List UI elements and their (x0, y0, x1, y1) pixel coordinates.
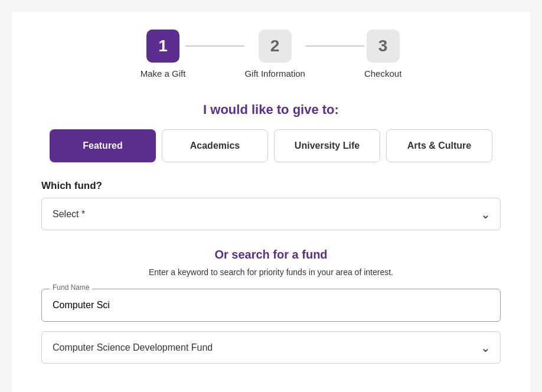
fund-name-label: Fund Name (50, 283, 92, 292)
step-1-circle: 1 (146, 30, 179, 63)
step-3-circle: 3 (367, 30, 400, 63)
fund-select-wrapper: Select * ⌄ (41, 198, 501, 230)
fund-name-input[interactable] (42, 289, 500, 321)
tab-academics[interactable]: Academics (162, 129, 268, 162)
search-heading: Or search for a fund (41, 248, 501, 262)
step-connector-1 (185, 45, 244, 47)
stepper: 1 Make a Gift 2 Gift Information 3 Check… (24, 30, 518, 79)
give-to-heading: I would like to give to: (24, 102, 518, 117)
fund-select[interactable]: Select * (42, 198, 500, 230)
search-section: Or search for a fund Enter a keyword to … (24, 248, 518, 364)
which-fund-label: Which fund? (41, 180, 501, 192)
step-3: 3 Checkout (364, 30, 401, 79)
page-container: 1 Make a Gift 2 Gift Information 3 Check… (12, 12, 530, 392)
step-2-circle: 2 (259, 30, 292, 63)
fund-result-select[interactable]: Computer Science Development Fund (42, 332, 500, 363)
step-2: 2 Gift Information (244, 30, 305, 79)
which-fund-section: Which fund? Select * ⌄ (24, 180, 518, 230)
tab-arts-culture[interactable]: Arts & Culture (386, 129, 492, 162)
step-2-label: Gift Information (244, 68, 305, 79)
fund-result-wrapper: Computer Science Development Fund ⌄ (41, 331, 501, 364)
step-2-number: 2 (270, 37, 280, 55)
step-1: 1 Make a Gift (141, 30, 186, 79)
step-3-label: Checkout (364, 68, 401, 79)
step-3-number: 3 (378, 37, 388, 55)
tab-featured[interactable]: Featured (50, 129, 156, 162)
fund-name-field-wrapper: Fund Name (41, 289, 501, 322)
step-1-number: 1 (158, 37, 168, 55)
category-tabs: Featured Academics University Life Arts … (24, 129, 518, 162)
search-description: Enter a keyword to search for priority f… (41, 267, 501, 277)
tab-university-life[interactable]: University Life (274, 129, 380, 162)
step-1-label: Make a Gift (141, 68, 186, 79)
step-connector-2 (305, 45, 364, 47)
